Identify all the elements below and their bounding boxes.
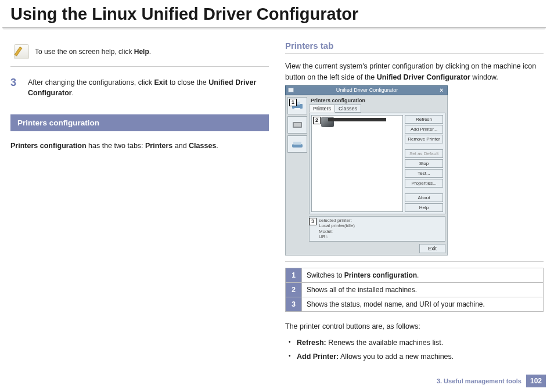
window-icon: [288, 88, 294, 92]
cell-desc-3: Shows the status, model name, and URI of…: [302, 297, 544, 311]
shot-titlebar: Unified Driver Configurator ×: [285, 85, 448, 95]
tab-printers[interactable]: Printers: [309, 105, 335, 113]
refresh-button[interactable]: Refresh: [405, 115, 443, 124]
callout-table: 1 Switches to Printers configuration. 2 …: [285, 268, 544, 312]
shot-panel: 2 Refresh Add Printer... Remove Printer …: [309, 113, 445, 214]
shot-body: 1 Printers configuration Printers Classe…: [285, 95, 448, 256]
table-row: 2 Shows all of the installed machines.: [286, 282, 544, 297]
table-row: 1 Switches to Printers configuration.: [286, 268, 544, 282]
shot-header: Printers configuration: [309, 97, 445, 105]
svg-rect-4: [294, 123, 301, 127]
footer-chapter: 3. Useful management tools: [437, 377, 521, 384]
svg-rect-6: [293, 142, 301, 145]
status-line-3: URI:: [319, 234, 436, 240]
callout-1: 1: [289, 99, 297, 106]
shot-sidebar: 1: [287, 97, 307, 253]
cell-desc-1: Switches to Printers configuration.: [302, 268, 544, 282]
shot-button-column: Refresh Add Printer... Remove Printer Se…: [405, 115, 443, 212]
control-bullets: Refresh: Renews the available machines l…: [289, 336, 544, 365]
step-text: After changing the configurations, click…: [28, 77, 269, 98]
list-item: Add Printer: Allows you to add a new mac…: [289, 350, 544, 364]
shot-main: Printers configuration Printers Classes …: [309, 97, 445, 253]
table-row: 3 Shows the status, model name, and URI …: [286, 297, 544, 311]
footer-page-number: 102: [526, 375, 546, 387]
cell-num-3: 3: [286, 297, 302, 311]
callout-2: 2: [313, 117, 321, 124]
printer-list[interactable]: 2: [311, 115, 403, 212]
properties-button[interactable]: Properties...: [405, 179, 443, 188]
set-default-button[interactable]: Set as Default: [405, 149, 443, 158]
status-panel: 3 selected printer: Local printer(idle) …: [309, 216, 445, 242]
note-divider: [10, 66, 269, 67]
status-heading: selected printer:: [319, 218, 436, 224]
stop-button[interactable]: Stop: [405, 159, 443, 168]
shot-tabs: Printers Classes: [309, 105, 445, 113]
shot-title-text: Unified Driver Configurator: [336, 87, 398, 93]
status-line-2: Model:: [319, 229, 436, 235]
add-printer-button[interactable]: Add Printer...: [405, 125, 443, 134]
note-pre: To use the on screen help, click: [35, 48, 134, 56]
cell-num-1: 1: [286, 268, 302, 282]
callout-3: 3: [309, 218, 316, 225]
tab-classes[interactable]: Classes: [334, 105, 361, 113]
list-item: Refresh: Renews the available machines l…: [289, 336, 544, 350]
intro-text: View the current system's printer config…: [285, 61, 544, 83]
step-3: 3 After changing the configurations, cli…: [10, 77, 269, 98]
content-columns: To use the on screen help, click Help. 3…: [0, 30, 554, 364]
exit-button[interactable]: Exit: [419, 244, 445, 253]
help-button[interactable]: Help: [405, 203, 443, 212]
note-text: To use the on screen help, click Help.: [35, 48, 151, 56]
page-title: Using the Linux Unified Driver Configura…: [0, 0, 554, 27]
remove-printer-button[interactable]: Remove Printer: [405, 135, 443, 143]
shot-footer: Exit: [309, 242, 445, 253]
divider: [285, 261, 544, 262]
sidebar-classes-button[interactable]: [287, 116, 307, 134]
step-number: 3: [10, 77, 21, 98]
sidebar-printers-button[interactable]: 1: [287, 97, 307, 114]
controls-intro: The printer control buttons are, as foll…: [285, 321, 544, 332]
cell-desc-2: Shows all of the installed machines.: [302, 282, 544, 297]
status-line-1: Local printer(idle): [319, 223, 436, 229]
scanner-icon: [291, 139, 304, 149]
selection-bar: [328, 118, 386, 121]
test-button[interactable]: Test...: [405, 169, 443, 178]
close-icon[interactable]: ×: [438, 87, 445, 93]
left-column: To use the on screen help, click Help. 3…: [10, 41, 269, 364]
note-post: .: [149, 48, 151, 56]
about-button[interactable]: About: [405, 193, 443, 202]
note-bold: Help: [134, 48, 149, 56]
section-bar-printers-config: Printers configuration: [10, 114, 269, 131]
note-icon: [14, 44, 29, 59]
right-column: Printers tab View the current system's p…: [285, 41, 544, 364]
cell-num-2: 2: [286, 282, 302, 297]
sidebar-ports-button[interactable]: [287, 135, 307, 153]
device-icon: [291, 120, 304, 130]
subhead-printers-tab: Printers tab: [285, 41, 544, 54]
page-footer: 3. Useful management tools 102: [437, 375, 546, 387]
screenshot-unified-driver: Unified Driver Configurator × 1: [285, 85, 448, 256]
printers-config-desc: Printers configuration has the two tabs:…: [10, 141, 269, 152]
help-note: To use the on screen help, click Help.: [10, 41, 269, 63]
svg-rect-2: [294, 108, 300, 110]
